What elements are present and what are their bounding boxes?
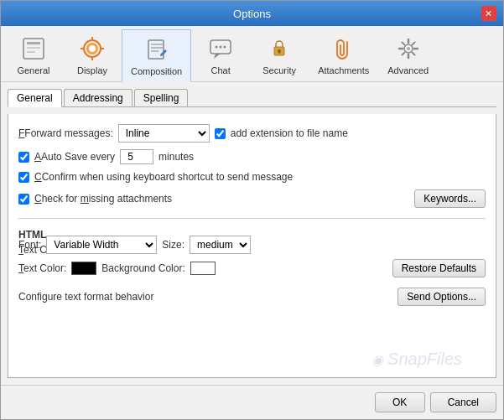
toolbar-item-general[interactable]: General	[4, 29, 63, 81]
toolbar-display-label: Display	[77, 65, 107, 75]
size-select[interactable]: small medium large x-large	[190, 236, 251, 254]
forward-messages-select[interactable]: Inline As Attachment As Quoted	[118, 124, 210, 143]
size-label: Size:	[162, 239, 184, 251]
toolbar-item-composition[interactable]: Composition	[122, 29, 191, 82]
chat-icon	[205, 34, 236, 64]
check-attachments-label: Check for mCheck for missing attachments…	[34, 193, 172, 205]
toolbar-item-chat[interactable]: Chat	[191, 29, 250, 81]
watermark: ◉ SnapFiles	[372, 350, 463, 369]
toolbar-security-label: Security	[262, 65, 296, 75]
font-select[interactable]: Variable Width Fixed Width Arial Times N…	[46, 236, 157, 254]
toolbar-item-security[interactable]: Security	[250, 29, 309, 81]
toolbar: General Display	[1, 26, 503, 82]
section-divider	[18, 218, 486, 219]
confirm-keyboard-row: CConfirm when using keyboard shortcut to…	[18, 171, 486, 183]
html-section: HTML Text Color: Font: Variable Width Fi…	[18, 229, 486, 277]
colors-row: Text Color: Background Color: Restore De…	[18, 259, 486, 277]
svg-point-19	[224, 46, 226, 49]
auto-save-row: AAuto Save every minutes	[18, 149, 486, 164]
svg-rect-1	[27, 42, 40, 44]
toolbar-item-advanced[interactable]: Advanced	[378, 29, 438, 81]
svg-line-29	[402, 43, 404, 45]
title-bar: Options ✕	[1, 1, 503, 26]
toolbar-composition-label: Composition	[131, 66, 182, 76]
svg-marker-16	[214, 54, 221, 59]
ok-button[interactable]: OK	[375, 392, 425, 412]
composition-icon	[142, 34, 172, 65]
toolbar-attachments-label: Attachments	[318, 65, 369, 75]
advanced-icon	[393, 34, 423, 64]
forward-messages-label: FForward messages:	[18, 127, 113, 139]
check-attachments-row: Check for mCheck for missing attachments…	[18, 189, 486, 208]
tab-addressing[interactable]: Addressing	[64, 89, 132, 106]
attachments-icon	[329, 34, 359, 64]
keywords-button[interactable]: Keywords...	[414, 189, 486, 208]
display-icon	[77, 34, 107, 64]
configure-row: Configure text format behavior Send Opti…	[18, 288, 486, 306]
font-size-row: Font: Variable Width Fixed Width Arial T…	[18, 236, 486, 254]
svg-line-32	[402, 53, 404, 55]
content-area: General Addressing Spelling FForward mes…	[1, 82, 503, 385]
svg-point-17	[216, 46, 218, 49]
confirm-keyboard-label: CConfirm when using keyboard shortcut to…	[34, 171, 293, 183]
window-title: Options	[170, 8, 333, 20]
cancel-button[interactable]: Cancel	[430, 392, 496, 412]
tab-spelling[interactable]: Spelling	[134, 89, 189, 106]
send-options-button[interactable]: Send Options...	[397, 288, 486, 306]
auto-save-label: AAuto Save every	[34, 151, 115, 163]
footer: OK Cancel	[1, 385, 503, 419]
toolbar-item-display[interactable]: Display	[63, 29, 122, 81]
auto-save-unit: minutes	[158, 151, 194, 163]
svg-rect-2	[27, 47, 40, 49]
svg-line-30	[412, 53, 414, 55]
add-extension-label: add extension to file name	[231, 127, 348, 139]
tab-general[interactable]: General	[8, 89, 62, 107]
restore-defaults-button[interactable]: Restore Defaults	[392, 259, 486, 277]
security-icon	[264, 34, 294, 64]
toolbar-general-label: General	[17, 65, 49, 75]
configure-label: Configure text format behavior	[18, 291, 153, 303]
check-attachments-checkbox[interactable]	[18, 194, 29, 205]
text-color-swatch[interactable]	[71, 262, 96, 275]
svg-point-24	[407, 47, 410, 50]
bg-color-label: Background Color:	[101, 262, 184, 274]
svg-rect-3	[27, 51, 35, 53]
general-icon	[18, 34, 49, 64]
font-field-label: Font:	[18, 239, 41, 251]
svg-point-18	[220, 46, 222, 49]
options-window: Options ✕ General	[0, 0, 504, 420]
text-color-label: Text Color:	[18, 262, 66, 274]
bg-color-swatch[interactable]	[190, 262, 216, 275]
toolbar-chat-label: Chat	[211, 65, 231, 75]
close-button[interactable]: ✕	[481, 6, 496, 21]
auto-save-value[interactable]	[120, 149, 153, 164]
svg-point-6	[89, 45, 96, 52]
confirm-keyboard-checkbox[interactable]	[18, 172, 29, 183]
svg-line-31	[412, 43, 414, 45]
toolbar-advanced-label: Advanced	[387, 65, 429, 75]
add-extension-checkbox[interactable]	[215, 128, 226, 139]
tab-bar: General Addressing Spelling	[8, 89, 496, 107]
forward-messages-row: FForward messages: Inline As Attachment …	[18, 124, 486, 143]
settings-panel: FForward messages: Inline As Attachment …	[8, 114, 496, 378]
toolbar-item-attachments[interactable]: Attachments	[309, 29, 378, 81]
auto-save-checkbox[interactable]	[18, 152, 29, 163]
